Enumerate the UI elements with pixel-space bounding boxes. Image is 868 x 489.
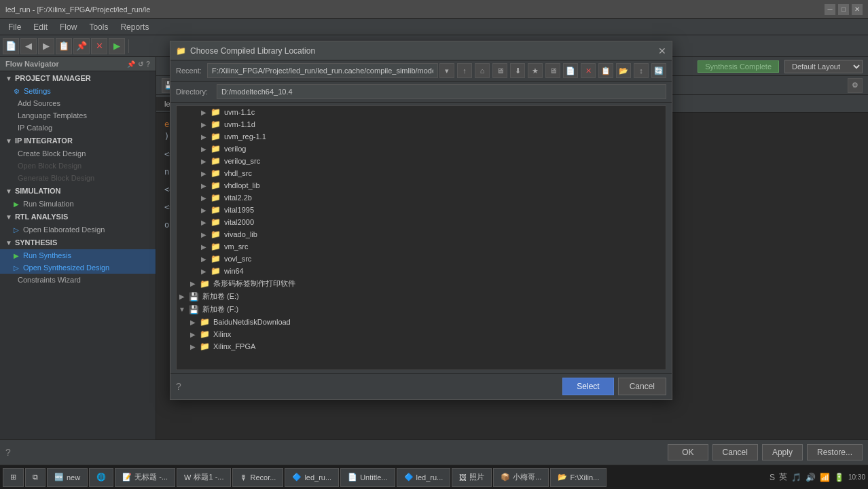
tree-item-drive-f[interactable]: ▼ 💾 新加卷 (F:) <box>177 303 666 316</box>
toolbar-home-btn[interactable]: ⌂ <box>475 63 490 78</box>
toolbar-desktop-btn[interactable]: 🖥 <box>545 63 560 78</box>
recent-path-input[interactable] <box>207 63 438 78</box>
tree-item-baidu[interactable]: ▶ 📁 BaiduNetdiskDownload <box>177 316 666 328</box>
toolbar-new[interactable]: 📄 <box>3 38 19 54</box>
taskbar-new[interactable]: 🆕 new <box>47 468 88 487</box>
toolbar-paste[interactable]: 📌 <box>73 38 90 54</box>
tree-item-xilinx-fpga[interactable]: ▶ 📁 Xilinx_FPGA <box>177 340 666 352</box>
taskbar-start[interactable]: ⊞ <box>3 468 24 487</box>
tree-item-verilog[interactable]: ▶ 📁 verilog <box>177 143 666 155</box>
toolbar-dropdown-btn[interactable]: ▾ <box>439 63 454 78</box>
sys-icon-s[interactable]: S <box>770 473 775 482</box>
sys-icon-music[interactable]: 🎵 <box>791 473 801 482</box>
sys-icon-volume[interactable]: 🔊 <box>806 473 816 482</box>
editor-settings-btn[interactable]: ⚙ <box>848 78 863 93</box>
taskbar-untitled[interactable]: 📄 Untitle... <box>340 468 395 487</box>
close-button[interactable]: ✕ <box>852 4 863 15</box>
panel-icon-help[interactable]: ? <box>146 60 150 68</box>
nav-item-settings[interactable]: ⚙ Settings <box>0 85 156 97</box>
menu-file[interactable]: File <box>3 21 26 33</box>
taskbar-explorer[interactable]: 📂 F:\Xilin... <box>550 468 607 487</box>
restore-button[interactable]: Restore... <box>807 444 863 460</box>
toolbar-clipboard-btn[interactable]: 📋 <box>598 63 613 78</box>
taskbar-led-run1[interactable]: 🔷 led_ru... <box>285 468 339 487</box>
tree-item-vhdl-src[interactable]: ▶ 📁 vhdl_src <box>177 167 666 179</box>
tree-item-barcode-software[interactable]: ▶ 📁 条形码标签制作打印软件 <box>177 277 666 290</box>
nav-item-open-elaborated[interactable]: ▷ Open Elaborated Design <box>0 223 156 236</box>
maximize-button[interactable]: □ <box>838 4 849 15</box>
tree-item-vm-src[interactable]: ▶ 📁 vm_src <box>177 240 666 253</box>
toolbar-copy[interactable]: 📋 <box>56 38 72 54</box>
toolbar-refresh-btn[interactable]: 🔄 <box>651 63 666 78</box>
menu-reports[interactable]: Reports <box>115 21 154 33</box>
nav-item-run-synthesis[interactable]: ▶ Run Synthesis <box>0 249 156 261</box>
taskbar-word[interactable]: W 标题1 -... <box>177 468 231 487</box>
compiled-close-button[interactable]: ✕ <box>658 46 666 56</box>
taskbar-led-run2[interactable]: 🔷 led_ru... <box>397 468 451 487</box>
layout-selector[interactable]: Default Layout <box>784 60 863 73</box>
taskbar-photos[interactable]: 🖼 照片 <box>452 468 492 487</box>
sys-icon-network[interactable]: 📶 <box>820 473 830 482</box>
toolbar-delete[interactable]: ✕ <box>91 38 107 54</box>
nav-item-add-sources[interactable]: Add Sources <box>0 97 156 109</box>
taskbar-app1[interactable]: 📦 小梅哥... <box>493 468 549 487</box>
toolbar-computer-btn[interactable]: 🖥 <box>492 63 507 78</box>
nav-section-project-manager-header[interactable]: ▼ PROJECT MANAGER <box>0 71 156 85</box>
menu-edit[interactable]: Edit <box>28 21 53 33</box>
tree-item-uvm-11d[interactable]: ▶ 📁 uvm-1.1d <box>177 118 666 130</box>
tree-item-win64[interactable]: ▶ 📁 win64 <box>177 265 666 277</box>
taskbar-browser[interactable]: 🌐 <box>89 468 113 487</box>
toolbar-newfile-btn[interactable]: 📄 <box>563 63 578 78</box>
folder-icon: 📁 <box>209 230 221 239</box>
tree-item-vital22b[interactable]: ▶ 📁 vital2.2b <box>177 192 666 204</box>
sys-icon-battery[interactable]: 🔋 <box>834 473 844 482</box>
toolbar-back[interactable]: ◀ <box>20 38 37 54</box>
tree-item-vital1995[interactable]: ▶ 📁 vital1995 <box>177 204 666 216</box>
settings-help-icon[interactable]: ? <box>5 447 11 458</box>
panel-icon-refresh[interactable]: ↺ <box>138 60 143 68</box>
taskbar-recording[interactable]: 🎙 Recor... <box>232 468 283 487</box>
nav-item-language-templates[interactable]: Language Templates <box>0 109 156 122</box>
compiled-file-tree[interactable]: ▶ 📁 uvm-1.1c ▶ 📁 uvm-1.1d ▶ 📁 uvm_reg-1.… <box>176 105 666 370</box>
tree-item-xilinx[interactable]: ▶ 📁 Xilinx <box>177 328 666 340</box>
toolbar-forward[interactable]: ▶ <box>38 38 54 54</box>
nav-section-synthesis-header[interactable]: ▼ SYNTHESIS <box>0 236 156 249</box>
sys-icon-lang[interactable]: 英 <box>779 471 787 483</box>
tree-item-drive-e[interactable]: ▶ 💾 新加卷 (E:) <box>177 290 666 303</box>
nav-item-create-block-design[interactable]: Create Block Design <box>0 147 156 160</box>
nav-item-ip-catalog[interactable]: IP Catalog <box>0 122 156 134</box>
tree-item-vivado-lib[interactable]: ▶ 📁 vivado_lib <box>177 228 666 240</box>
nav-section-ip-integrator-header[interactable]: ▼ IP INTEGRATOR <box>0 134 156 147</box>
directory-input[interactable] <box>217 84 666 99</box>
cancel-button[interactable]: Cancel <box>712 444 758 460</box>
toolbar-sort-btn[interactable]: ↕ <box>634 63 649 78</box>
toolbar-newfolder-btn[interactable]: 📂 <box>616 63 631 78</box>
toolbar-bookmark-btn[interactable]: ★ <box>528 63 543 78</box>
dialog-help-icon[interactable]: ? <box>176 381 181 392</box>
cancel-compiled-button[interactable]: Cancel <box>618 378 666 395</box>
nav-item-run-simulation[interactable]: ▶ Run Simulation <box>0 198 156 210</box>
minimize-button[interactable]: ─ <box>825 4 835 15</box>
panel-icon-pin[interactable]: 📌 <box>127 60 135 68</box>
taskbar-task-view[interactable]: ⧉ <box>25 468 46 487</box>
tree-item-verilog-src[interactable]: ▶ 📁 verilog_src <box>177 155 666 167</box>
select-button[interactable]: Select <box>562 378 613 395</box>
toolbar-up-btn[interactable]: ↑ <box>457 63 472 78</box>
apply-button[interactable]: Apply <box>762 444 803 460</box>
tree-item-vhdlopt-lib[interactable]: ▶ 📁 vhdlopt_lib <box>177 179 666 192</box>
tree-item-uvm-reg[interactable]: ▶ 📁 uvm_reg-1.1 <box>177 130 666 143</box>
nav-item-open-synthesized[interactable]: ▷ Open Synthesized Design <box>0 261 156 274</box>
menu-tools[interactable]: Tools <box>84 21 113 33</box>
menu-flow[interactable]: Flow <box>54 21 82 33</box>
toolbar-deletefile-btn[interactable]: ✕ <box>581 63 596 78</box>
nav-item-constraints-wizard[interactable]: Constraints Wizard <box>0 274 156 286</box>
ok-button[interactable]: OK <box>668 444 708 460</box>
tree-item-vovl-src[interactable]: ▶ 📁 vovl_src <box>177 253 666 265</box>
nav-section-rtl-header[interactable]: ▼ RTL ANALYSIS <box>0 210 156 223</box>
tree-item-vital2000[interactable]: ▶ 📁 vital2000 <box>177 216 666 228</box>
toolbar-run[interactable]: ▶ <box>109 38 125 54</box>
nav-section-simulation-header[interactable]: ▼ SIMULATION <box>0 184 156 198</box>
taskbar-notepad[interactable]: 📝 无标题 -... <box>115 468 175 487</box>
toolbar-download-btn[interactable]: ⬇ <box>510 63 525 78</box>
tree-item-uvm-11c[interactable]: ▶ 📁 uvm-1.1c <box>177 106 666 118</box>
